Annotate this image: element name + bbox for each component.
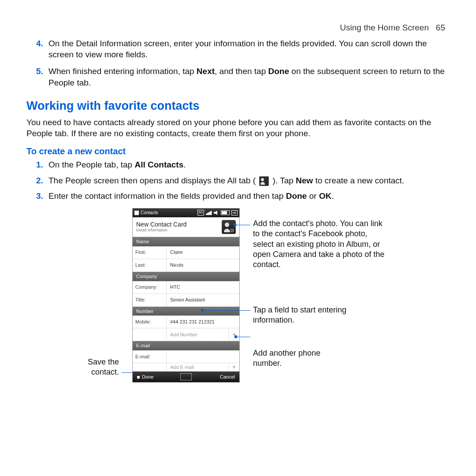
first-value[interactable]: Claire	[167, 246, 239, 259]
status-bar: Contacts 3G ok	[133, 208, 239, 217]
step-5: 5. When finished entering information, t…	[48, 66, 450, 88]
step-2: 2. The People screen then opens and disp…	[48, 175, 450, 186]
step-pre: When finished entering information, tap	[48, 67, 197, 76]
header-section: Using the Home Screen	[340, 23, 429, 32]
steps-list: 1. On the People tab, tap All Contacts. …	[26, 159, 450, 202]
add-number-plus-icon[interactable]: +	[228, 328, 239, 341]
figure: Save the contact. Contacts 3G ok New Con…	[40, 208, 450, 398]
step-mid: , and then tap	[215, 67, 268, 76]
last-value[interactable]: Nicols	[167, 259, 239, 271]
group-company: Company	[133, 272, 239, 281]
subheading: To create a new contact	[26, 145, 450, 157]
battery-icon	[221, 210, 230, 215]
step-number: 5.	[36, 66, 43, 77]
windows-icon	[134, 211, 139, 215]
running-header: Using the Home Screen 65	[26, 22, 450, 33]
step-number: 3.	[36, 190, 43, 202]
continued-list: 4. On the Detail Information screen, ent…	[26, 38, 450, 89]
company-value[interactable]: HTC	[167, 281, 239, 294]
cancel-softkey[interactable]: Cancel	[220, 374, 235, 380]
mobile-value[interactable]: #44 231 231 212321	[167, 316, 239, 328]
bold-next: Next	[197, 67, 215, 76]
bold-all-contacts: All Contacts	[134, 160, 183, 169]
people-tab-icon	[259, 176, 269, 186]
bold-new: New	[296, 176, 313, 185]
email-value[interactable]	[167, 350, 239, 363]
add-email-label[interactable]: Add E-mail	[167, 363, 228, 371]
annotation-tap-field: Tap a field to start entering informatio…	[253, 305, 385, 326]
section-body: You need to have contacts already stored…	[26, 117, 450, 139]
step-3: 3. Enter the contact information in the …	[48, 190, 450, 202]
step-number: 4.	[36, 38, 43, 49]
group-email: E-mail	[133, 341, 239, 350]
first-name-row[interactable]: First: Claire	[133, 246, 239, 259]
card-subtitle: Detail Information	[136, 228, 186, 233]
last-label: Last:	[133, 259, 167, 271]
email-label: E-mail:	[133, 350, 167, 363]
ok-softkey[interactable]: ok	[231, 210, 238, 216]
title-label: Title:	[133, 294, 167, 306]
speaker-icon	[214, 211, 219, 215]
mobile-row[interactable]: Mobile: #44 231 231 212321	[133, 316, 239, 328]
last-name-row[interactable]: Last: Nicols	[133, 259, 239, 272]
annotation-add-number: Add another phone number.	[253, 348, 341, 369]
annotation-save: Save the contact.	[88, 357, 119, 378]
first-label: First:	[133, 246, 167, 259]
company-label: Company:	[133, 281, 167, 294]
bold-ok: OK	[319, 191, 332, 201]
keyboard-icon[interactable]	[180, 373, 192, 380]
step-4: 4. On the Detail Information screen, ent…	[48, 38, 450, 60]
company-row[interactable]: Company: HTC	[133, 281, 239, 294]
bold-done: Done	[268, 67, 290, 76]
page-number: 65	[436, 23, 445, 32]
group-number: Number	[133, 307, 239, 316]
signal-icon	[206, 211, 212, 215]
section-heading: Working with favorite contacts	[26, 98, 450, 114]
done-softkey[interactable]: Done	[137, 374, 153, 380]
step-number: 2.	[36, 175, 43, 186]
step-number: 1.	[36, 159, 43, 171]
title-value[interactable]: Senior Assistant	[167, 294, 239, 306]
card-title: New Contact Card	[136, 221, 186, 228]
mobile-label: Mobile:	[133, 316, 167, 328]
group-name: Name	[133, 237, 239, 246]
add-number-row[interactable]: Add Number +	[133, 328, 239, 341]
annotation-add-photo: Add the contact's photo. You can link to…	[253, 219, 390, 270]
phone-screenshot: Contacts 3G ok New Contact Card Detail I…	[132, 208, 240, 383]
bold-done: Done	[286, 191, 307, 201]
step-text: On the Detail Information screen, enter …	[48, 39, 427, 60]
step-1: 1. On the People tab, tap All Contacts.	[48, 159, 450, 171]
add-photo-button[interactable]	[222, 220, 236, 234]
statusbar-title: Contacts	[141, 210, 158, 216]
title-row[interactable]: Title: Senior Assistant	[133, 294, 239, 307]
add-number-label[interactable]: Add Number	[167, 328, 228, 341]
card-header: New Contact Card Detail Information	[133, 217, 239, 237]
add-email-row[interactable]: Add E-mail +	[133, 363, 239, 372]
email-row[interactable]: E-mail:	[133, 350, 239, 363]
network-3g-icon: 3G	[197, 210, 204, 216]
add-email-plus-icon[interactable]: +	[228, 363, 239, 371]
softkey-bar: Done Cancel	[133, 372, 239, 382]
